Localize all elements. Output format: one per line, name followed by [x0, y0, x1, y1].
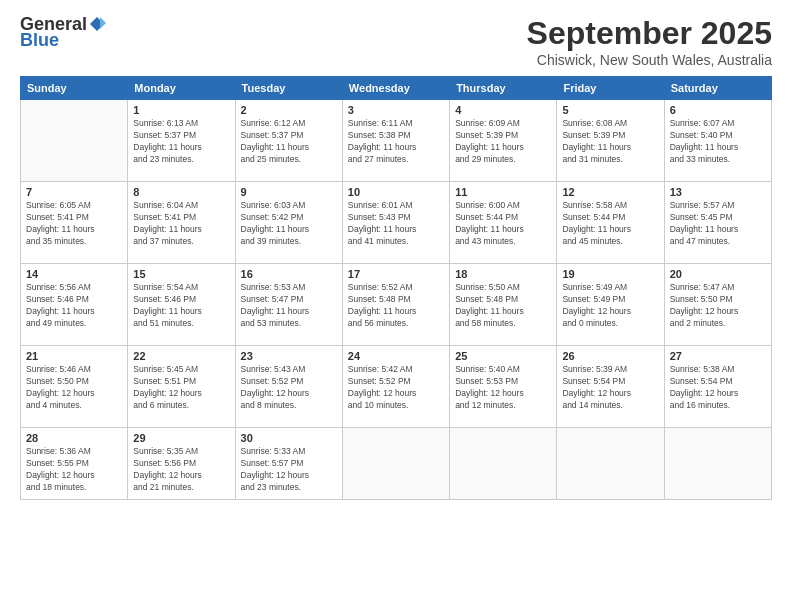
day-info: Sunrise: 5:36 AMSunset: 5:55 PMDaylight:… — [26, 446, 122, 494]
day-number: 3 — [348, 104, 444, 116]
day-number: 22 — [133, 350, 229, 362]
calendar-week-row: 1Sunrise: 6:13 AMSunset: 5:37 PMDaylight… — [21, 100, 772, 182]
calendar-cell — [557, 428, 664, 500]
day-info: Sunrise: 5:39 AMSunset: 5:54 PMDaylight:… — [562, 364, 658, 412]
calendar-cell: 10Sunrise: 6:01 AMSunset: 5:43 PMDayligh… — [342, 182, 449, 264]
day-number: 24 — [348, 350, 444, 362]
day-number: 6 — [670, 104, 766, 116]
day-info: Sunrise: 5:58 AMSunset: 5:44 PMDaylight:… — [562, 200, 658, 248]
calendar-cell: 2Sunrise: 6:12 AMSunset: 5:37 PMDaylight… — [235, 100, 342, 182]
day-number: 7 — [26, 186, 122, 198]
day-number: 23 — [241, 350, 337, 362]
day-number: 30 — [241, 432, 337, 444]
day-info: Sunrise: 5:52 AMSunset: 5:48 PMDaylight:… — [348, 282, 444, 330]
calendar-cell: 1Sunrise: 6:13 AMSunset: 5:37 PMDaylight… — [128, 100, 235, 182]
weekday-header-sunday: Sunday — [21, 77, 128, 100]
day-info: Sunrise: 5:33 AMSunset: 5:57 PMDaylight:… — [241, 446, 337, 494]
calendar-cell: 7Sunrise: 6:05 AMSunset: 5:41 PMDaylight… — [21, 182, 128, 264]
day-info: Sunrise: 6:13 AMSunset: 5:37 PMDaylight:… — [133, 118, 229, 166]
calendar-cell: 9Sunrise: 6:03 AMSunset: 5:42 PMDaylight… — [235, 182, 342, 264]
weekday-header-thursday: Thursday — [450, 77, 557, 100]
day-number: 18 — [455, 268, 551, 280]
day-info: Sunrise: 6:08 AMSunset: 5:39 PMDaylight:… — [562, 118, 658, 166]
calendar-cell: 11Sunrise: 6:00 AMSunset: 5:44 PMDayligh… — [450, 182, 557, 264]
calendar-week-row: 14Sunrise: 5:56 AMSunset: 5:46 PMDayligh… — [21, 264, 772, 346]
day-info: Sunrise: 6:05 AMSunset: 5:41 PMDaylight:… — [26, 200, 122, 248]
calendar-cell: 23Sunrise: 5:43 AMSunset: 5:52 PMDayligh… — [235, 346, 342, 428]
day-number: 1 — [133, 104, 229, 116]
day-number: 19 — [562, 268, 658, 280]
calendar-cell: 3Sunrise: 6:11 AMSunset: 5:38 PMDaylight… — [342, 100, 449, 182]
day-info: Sunrise: 5:46 AMSunset: 5:50 PMDaylight:… — [26, 364, 122, 412]
calendar-cell — [450, 428, 557, 500]
day-number: 2 — [241, 104, 337, 116]
day-info: Sunrise: 5:40 AMSunset: 5:53 PMDaylight:… — [455, 364, 551, 412]
day-number: 4 — [455, 104, 551, 116]
weekday-header-friday: Friday — [557, 77, 664, 100]
day-number: 8 — [133, 186, 229, 198]
calendar-cell: 24Sunrise: 5:42 AMSunset: 5:52 PMDayligh… — [342, 346, 449, 428]
title-block: September 2025 Chiswick, New South Wales… — [527, 15, 772, 68]
day-info: Sunrise: 6:09 AMSunset: 5:39 PMDaylight:… — [455, 118, 551, 166]
day-info: Sunrise: 5:42 AMSunset: 5:52 PMDaylight:… — [348, 364, 444, 412]
day-number: 26 — [562, 350, 658, 362]
day-info: Sunrise: 5:47 AMSunset: 5:50 PMDaylight:… — [670, 282, 766, 330]
day-info: Sunrise: 5:54 AMSunset: 5:46 PMDaylight:… — [133, 282, 229, 330]
day-number: 5 — [562, 104, 658, 116]
day-info: Sunrise: 5:45 AMSunset: 5:51 PMDaylight:… — [133, 364, 229, 412]
calendar-cell: 12Sunrise: 5:58 AMSunset: 5:44 PMDayligh… — [557, 182, 664, 264]
calendar-cell: 5Sunrise: 6:08 AMSunset: 5:39 PMDaylight… — [557, 100, 664, 182]
day-info: Sunrise: 6:07 AMSunset: 5:40 PMDaylight:… — [670, 118, 766, 166]
day-info: Sunrise: 5:57 AMSunset: 5:45 PMDaylight:… — [670, 200, 766, 248]
svg-marker-1 — [100, 17, 106, 29]
header: General Blue September 2025 Chiswick, Ne… — [20, 15, 772, 68]
logo-blue-text: Blue — [20, 31, 59, 51]
calendar-cell: 20Sunrise: 5:47 AMSunset: 5:50 PMDayligh… — [664, 264, 771, 346]
day-info: Sunrise: 5:53 AMSunset: 5:47 PMDaylight:… — [241, 282, 337, 330]
day-number: 27 — [670, 350, 766, 362]
day-info: Sunrise: 5:43 AMSunset: 5:52 PMDaylight:… — [241, 364, 337, 412]
weekday-header-tuesday: Tuesday — [235, 77, 342, 100]
weekday-header-wednesday: Wednesday — [342, 77, 449, 100]
day-info: Sunrise: 6:00 AMSunset: 5:44 PMDaylight:… — [455, 200, 551, 248]
day-number: 25 — [455, 350, 551, 362]
calendar-table: SundayMondayTuesdayWednesdayThursdayFrid… — [20, 76, 772, 500]
day-info: Sunrise: 6:04 AMSunset: 5:41 PMDaylight:… — [133, 200, 229, 248]
calendar-cell: 25Sunrise: 5:40 AMSunset: 5:53 PMDayligh… — [450, 346, 557, 428]
day-info: Sunrise: 5:49 AMSunset: 5:49 PMDaylight:… — [562, 282, 658, 330]
location: Chiswick, New South Wales, Australia — [527, 52, 772, 68]
calendar-cell — [21, 100, 128, 182]
day-number: 12 — [562, 186, 658, 198]
day-info: Sunrise: 5:50 AMSunset: 5:48 PMDaylight:… — [455, 282, 551, 330]
calendar-cell: 21Sunrise: 5:46 AMSunset: 5:50 PMDayligh… — [21, 346, 128, 428]
day-number: 20 — [670, 268, 766, 280]
weekday-header-saturday: Saturday — [664, 77, 771, 100]
calendar-cell: 13Sunrise: 5:57 AMSunset: 5:45 PMDayligh… — [664, 182, 771, 264]
calendar-cell: 27Sunrise: 5:38 AMSunset: 5:54 PMDayligh… — [664, 346, 771, 428]
calendar-cell: 4Sunrise: 6:09 AMSunset: 5:39 PMDaylight… — [450, 100, 557, 182]
day-number: 21 — [26, 350, 122, 362]
logo-icon — [88, 15, 106, 33]
calendar-cell: 29Sunrise: 5:35 AMSunset: 5:56 PMDayligh… — [128, 428, 235, 500]
day-info: Sunrise: 6:12 AMSunset: 5:37 PMDaylight:… — [241, 118, 337, 166]
calendar-cell — [664, 428, 771, 500]
day-info: Sunrise: 5:35 AMSunset: 5:56 PMDaylight:… — [133, 446, 229, 494]
page: General Blue September 2025 Chiswick, Ne… — [0, 0, 792, 612]
calendar-week-row: 21Sunrise: 5:46 AMSunset: 5:50 PMDayligh… — [21, 346, 772, 428]
calendar-cell — [342, 428, 449, 500]
calendar-cell: 14Sunrise: 5:56 AMSunset: 5:46 PMDayligh… — [21, 264, 128, 346]
calendar-cell: 26Sunrise: 5:39 AMSunset: 5:54 PMDayligh… — [557, 346, 664, 428]
calendar-cell: 15Sunrise: 5:54 AMSunset: 5:46 PMDayligh… — [128, 264, 235, 346]
weekday-header-monday: Monday — [128, 77, 235, 100]
calendar-header-row: SundayMondayTuesdayWednesdayThursdayFrid… — [21, 77, 772, 100]
day-number: 9 — [241, 186, 337, 198]
day-number: 14 — [26, 268, 122, 280]
day-number: 11 — [455, 186, 551, 198]
day-info: Sunrise: 6:03 AMSunset: 5:42 PMDaylight:… — [241, 200, 337, 248]
day-number: 17 — [348, 268, 444, 280]
calendar-week-row: 7Sunrise: 6:05 AMSunset: 5:41 PMDaylight… — [21, 182, 772, 264]
calendar-cell: 6Sunrise: 6:07 AMSunset: 5:40 PMDaylight… — [664, 100, 771, 182]
calendar-cell: 8Sunrise: 6:04 AMSunset: 5:41 PMDaylight… — [128, 182, 235, 264]
calendar-cell: 19Sunrise: 5:49 AMSunset: 5:49 PMDayligh… — [557, 264, 664, 346]
day-number: 16 — [241, 268, 337, 280]
